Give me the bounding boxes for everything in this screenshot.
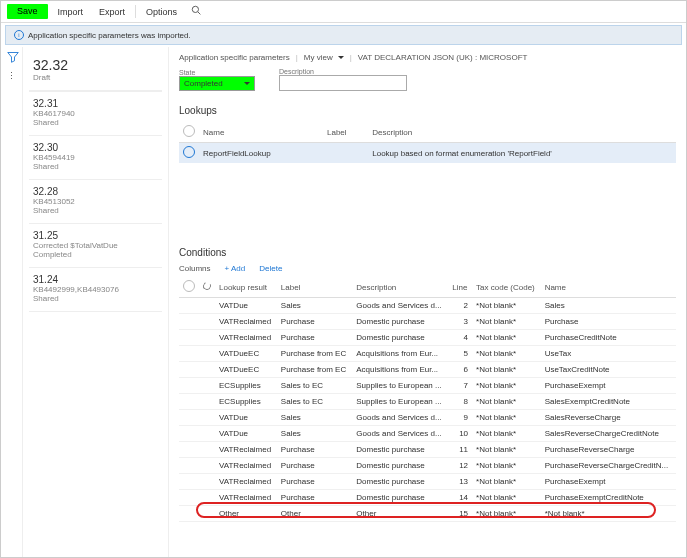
col-line[interactable]: Line xyxy=(448,277,472,298)
select-all-icon[interactable] xyxy=(183,125,195,137)
state-label: State xyxy=(179,69,255,76)
cell-label: Sales to EC xyxy=(277,378,352,394)
filter-icon[interactable] xyxy=(7,51,17,61)
select-all-icon[interactable] xyxy=(183,280,195,292)
columns-button[interactable]: Columns xyxy=(179,264,211,273)
cell-desc: Acquisitions from Eur... xyxy=(352,362,448,378)
info-icon: i xyxy=(14,30,24,40)
import-button[interactable]: Import xyxy=(50,1,92,22)
description-field: Description xyxy=(279,68,407,91)
cell-desc: Domestic purchase xyxy=(352,458,448,474)
cell-desc: Supplies to European ... xyxy=(352,378,448,394)
table-row[interactable]: VATDueSalesGoods and Services d...2*Not … xyxy=(179,298,676,314)
cell-name: Purchase xyxy=(541,314,676,330)
cell-result: VATDueEC xyxy=(215,346,277,362)
delete-button[interactable]: Delete xyxy=(259,264,282,273)
add-button[interactable]: + Add xyxy=(225,264,246,273)
col-tax-code[interactable]: Tax code (Code) xyxy=(472,277,541,298)
description-input[interactable] xyxy=(279,75,407,91)
table-row[interactable]: VATDueSalesGoods and Services d...9*Not … xyxy=(179,410,676,426)
state-field: State Completed xyxy=(179,69,255,91)
version-item[interactable]: 32.28 KB4513052 Shared xyxy=(29,180,162,224)
cell-tax: *Not blank* xyxy=(472,426,541,442)
svg-point-0 xyxy=(192,6,198,12)
table-row[interactable]: VATDueECPurchase from ECAcquisitions fro… xyxy=(179,362,676,378)
crumb-view[interactable]: My view xyxy=(304,53,344,62)
version-item[interactable]: 32.31 KB4617940 Shared xyxy=(29,92,162,136)
col-description[interactable]: Description xyxy=(368,122,676,143)
table-row[interactable]: VATReclaimedPurchaseDomestic purchase13*… xyxy=(179,474,676,490)
crumb-root[interactable]: Application specific parameters xyxy=(179,53,290,62)
table-row[interactable]: ECSuppliesSales to ECSupplies to Europea… xyxy=(179,378,676,394)
cell-name: PurchaseExemptCreditNote xyxy=(541,490,676,506)
cell-desc: Goods and Services d... xyxy=(352,298,448,314)
cell-result: VATReclaimed xyxy=(215,490,277,506)
cell-tax: *Not blank* xyxy=(472,378,541,394)
lookups-table: Name Label Description ReportFieldLookup… xyxy=(179,122,676,163)
cell-tax: *Not blank* xyxy=(472,458,541,474)
col-lookup-result[interactable]: Lookup result xyxy=(215,277,277,298)
col-label[interactable]: Label xyxy=(277,277,352,298)
cell-result: VATReclaimed xyxy=(215,330,277,346)
table-row[interactable]: VATReclaimedPurchaseDomestic purchase12*… xyxy=(179,458,676,474)
toolbar: Save Import Export Options xyxy=(1,1,686,23)
refresh-icon[interactable] xyxy=(202,281,212,291)
version-item[interactable]: 31.24 KB4492999,KB4493076 Shared xyxy=(29,268,162,312)
cell-tax: *Not blank* xyxy=(472,490,541,506)
cell-name: PurchaseExempt xyxy=(541,378,676,394)
cell-result: VATReclaimed xyxy=(215,458,277,474)
table-row[interactable]: VATReclaimedPurchaseDomestic purchase11*… xyxy=(179,442,676,458)
cell-name: SalesReverseChargeCreditNote xyxy=(541,426,676,442)
cell-desc: Domestic purchase xyxy=(352,474,448,490)
version-item[interactable]: 32.32 Draft xyxy=(29,51,162,92)
table-row[interactable]: VATReclaimedPurchaseDomestic purchase14*… xyxy=(179,490,676,506)
cell-tax: *Not blank* xyxy=(472,314,541,330)
lookup-desc: Lookup based on format enumeration 'Repo… xyxy=(368,143,676,164)
table-row[interactable]: VATDueECPurchase from ECAcquisitions fro… xyxy=(179,346,676,362)
cell-label: Other xyxy=(277,506,352,522)
cell-label: Purchase xyxy=(277,330,352,346)
table-row[interactable]: VATReclaimedPurchaseDomestic purchase3*N… xyxy=(179,314,676,330)
cell-tax: *Not blank* xyxy=(472,346,541,362)
row-select-icon[interactable] xyxy=(183,146,195,158)
search-icon[interactable] xyxy=(185,1,207,22)
cell-label: Purchase xyxy=(277,490,352,506)
state-select[interactable]: Completed xyxy=(179,76,255,91)
col-name[interactable]: Name xyxy=(199,122,323,143)
table-row[interactable]: VATReclaimedPurchaseDomestic purchase4*N… xyxy=(179,330,676,346)
cell-label: Purchase xyxy=(277,474,352,490)
version-item[interactable]: 31.25 Corrected $TotalVatDue Completed xyxy=(29,224,162,268)
cell-name: *Not blank* xyxy=(541,506,676,522)
version-item[interactable]: 32.30 KB4594419 Shared xyxy=(29,136,162,180)
options-button[interactable]: Options xyxy=(138,1,185,22)
export-button[interactable]: Export xyxy=(91,1,133,22)
table-row[interactable]: VATDueSalesGoods and Services d...10*Not… xyxy=(179,426,676,442)
cell-label: Purchase from EC xyxy=(277,346,352,362)
cell-desc: Acquisitions from Eur... xyxy=(352,346,448,362)
info-message: Application specific parameters was impo… xyxy=(28,31,191,40)
cell-tax: *Not blank* xyxy=(472,394,541,410)
table-row[interactable]: ECSuppliesSales to ECSupplies to Europea… xyxy=(179,394,676,410)
lookup-row[interactable]: ReportFieldLookup Lookup based on format… xyxy=(179,143,676,164)
cell-result: VATReclaimed xyxy=(215,314,277,330)
cell-name: SalesExemptCreditNote xyxy=(541,394,676,410)
cell-result: ECSupplies xyxy=(215,378,277,394)
table-row[interactable]: OtherOtherOther15*Not blank**Not blank* xyxy=(179,506,676,522)
cell-desc: Supplies to European ... xyxy=(352,394,448,410)
more-icon[interactable]: ⋮ xyxy=(7,71,16,81)
cell-name: SalesReverseCharge xyxy=(541,410,676,426)
col-label[interactable]: Label xyxy=(323,122,368,143)
cell-desc: Goods and Services d... xyxy=(352,410,448,426)
cell-line: 6 xyxy=(448,362,472,378)
cell-line: 8 xyxy=(448,394,472,410)
version-number: 32.32 xyxy=(33,57,158,73)
col-description[interactable]: Description xyxy=(352,277,448,298)
chevron-down-icon xyxy=(241,79,250,88)
save-button[interactable]: Save xyxy=(7,4,48,19)
col-name[interactable]: Name xyxy=(541,277,676,298)
cell-result: VATDue xyxy=(215,410,277,426)
cell-desc: Other xyxy=(352,506,448,522)
chevron-down-icon xyxy=(335,53,344,62)
cell-label: Purchase xyxy=(277,458,352,474)
cell-line: 5 xyxy=(448,346,472,362)
